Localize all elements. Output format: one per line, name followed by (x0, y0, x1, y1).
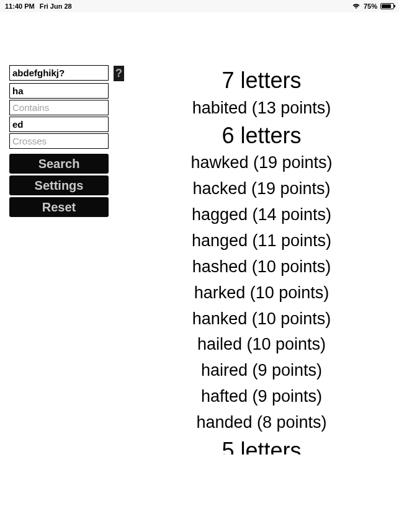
section-heading: 6 letters (124, 122, 399, 151)
letters-input[interactable] (9, 65, 109, 81)
result-word: hacked (19 points) (124, 176, 399, 202)
result-word: hawked (19 points) (124, 150, 399, 176)
status-bar: 11:40 PM Fri Jun 28 75% (0, 0, 399, 12)
result-word: hanked (10 points) (124, 306, 399, 332)
section-heading-cutoff: 5 letters (124, 440, 399, 454)
results-panel: 7 letters habited (13 points) 6 letters … (124, 65, 399, 454)
status-time: 11:40 PM (5, 2, 35, 10)
result-word: habited (13 points) (124, 95, 399, 122)
contains-input[interactable] (9, 100, 109, 115)
section-heading: 7 letters (124, 66, 399, 95)
help-button[interactable]: ? (114, 66, 124, 81)
result-word: hashed (10 points) (124, 254, 399, 280)
battery-icon (380, 3, 394, 9)
result-word: hailed (10 points) (124, 332, 399, 358)
wifi-icon (352, 3, 361, 9)
result-word: hagged (14 points) (124, 202, 399, 228)
status-right: 75% (352, 2, 394, 10)
result-word: handed (8 points) (124, 410, 399, 436)
reset-button[interactable]: Reset (9, 197, 109, 217)
settings-button[interactable]: Settings (9, 175, 109, 195)
result-word: hafted (9 points) (124, 384, 399, 410)
result-word: hanged (11 points) (124, 228, 399, 254)
search-button[interactable]: Search (9, 154, 109, 174)
starts-with-input[interactable] (9, 83, 109, 99)
crosses-input[interactable] (9, 133, 109, 149)
result-word: harked (10 points) (124, 280, 399, 306)
status-left: 11:40 PM Fri Jun 28 (5, 2, 72, 10)
ends-with-input[interactable] (9, 117, 109, 132)
content-area: ? Search Settings Reset 7 letters habite… (0, 12, 399, 454)
result-word: haired (9 points) (124, 358, 399, 384)
status-date: Fri Jun 28 (40, 2, 72, 10)
sidebar: ? Search Settings Reset (0, 65, 124, 454)
battery-percent: 75% (364, 2, 377, 10)
